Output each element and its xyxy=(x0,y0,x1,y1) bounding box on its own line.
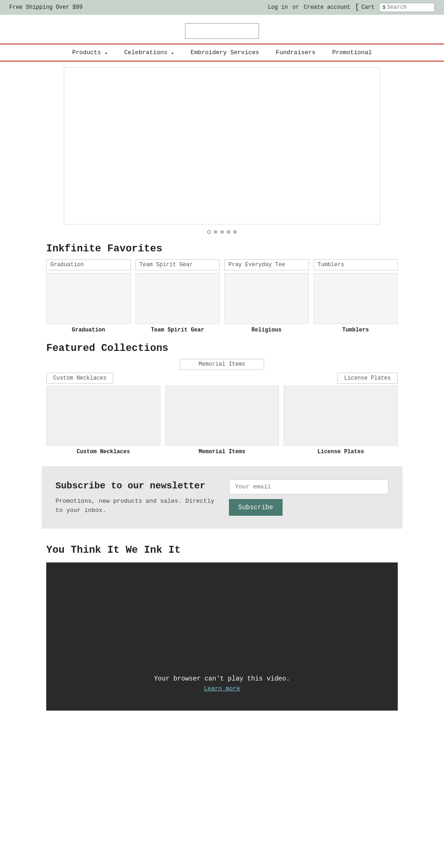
logo-box[interactable] xyxy=(185,23,259,39)
feat-item-plates[interactable]: License Plates xyxy=(284,386,398,455)
newsletter-description: Promotions, new products and sales. Dire… xyxy=(56,497,215,515)
fav-img-team-spirit xyxy=(136,273,220,324)
inkfinite-favorites-section: Inkfinite Favorites Graduation Team Spir… xyxy=(42,243,402,333)
fav-img-tumblers xyxy=(314,273,398,324)
hero-slider[interactable] xyxy=(64,67,380,225)
feat-item-memorial[interactable]: Memorial Items xyxy=(165,386,279,455)
celebrations-arrow: ▴ xyxy=(168,50,174,56)
fav-label-tumblers[interactable]: Tumblers xyxy=(314,259,398,270)
featured-grid: Custom Necklaces Memorial Items License … xyxy=(46,386,398,455)
slider-dots xyxy=(46,230,398,234)
featured-collections-title: Featured Collections xyxy=(46,343,398,354)
dot-1[interactable] xyxy=(207,230,211,234)
feat-name-memorial: Memorial Items xyxy=(199,449,246,455)
feat-side-label-plates[interactable]: License Plates xyxy=(337,373,398,384)
featured-collections-section: Featured Collections Memorial Items Cust… xyxy=(42,343,402,455)
search-box[interactable]: $ xyxy=(379,3,435,12)
fav-img-graduation xyxy=(46,273,131,324)
yti-section: You Think It We Ink It Your browser can'… xyxy=(42,540,402,711)
dot-2[interactable] xyxy=(214,230,217,234)
feat-side-label-necklaces[interactable]: Custom Necklaces xyxy=(46,373,113,384)
fav-img-religious xyxy=(224,273,309,324)
shipping-text: Free Shipping Over $99 xyxy=(9,4,82,11)
fav-label-pray[interactable]: Pray Everyday Tee xyxy=(224,259,309,270)
shipping-notice: Free Shipping Over $99 xyxy=(9,4,82,11)
nav-item-embroidery[interactable]: Embroidery Services xyxy=(182,44,267,61)
video-learn-more-link[interactable]: Learn more xyxy=(204,685,240,692)
featured-side-labels: Custom Necklaces License Plates xyxy=(46,373,398,384)
fav-item-team-spirit[interactable]: Team Spirit Gear xyxy=(136,273,220,333)
nav-item-products[interactable]: Products ▴ xyxy=(64,44,116,61)
feat-name-plates: License Plates xyxy=(317,449,364,455)
dot-5[interactable] xyxy=(233,230,237,234)
newsletter-section: Subscribe to our newsletter Promotions, … xyxy=(42,466,402,529)
feat-name-necklaces: Custom Necklaces xyxy=(77,449,130,455)
feat-img-necklaces xyxy=(46,386,160,446)
main-nav: Products ▴ Celebrations ▴ Embroidery Ser… xyxy=(0,44,444,62)
search-input[interactable] xyxy=(387,4,431,11)
inkfinite-favorites-title: Inkfinite Favorites xyxy=(46,243,398,255)
newsletter-email-input[interactable] xyxy=(229,479,388,494)
fav-name-graduation: Graduation xyxy=(72,327,105,333)
nav-item-fundraisers[interactable]: Fundraisers xyxy=(267,44,324,61)
dot-4[interactable] xyxy=(227,230,230,234)
feat-img-plates xyxy=(284,386,398,446)
dot-3[interactable] xyxy=(220,230,224,234)
products-arrow: ▴ xyxy=(102,50,107,56)
featured-top: Memorial Items xyxy=(46,359,398,370)
search-icon: $ xyxy=(382,5,386,10)
hero-section xyxy=(42,67,402,234)
top-bar: Free Shipping Over $99 Log in or Create … xyxy=(0,0,444,15)
favorites-labels: Graduation Team Spirit Gear Pray Everyda… xyxy=(46,259,398,270)
subscribe-button[interactable]: Subscribe xyxy=(229,499,283,516)
create-account-link[interactable]: Create account xyxy=(304,4,351,11)
fav-item-religious[interactable]: Religious xyxy=(224,273,309,333)
newsletter-right: Subscribe xyxy=(229,479,388,516)
fav-item-tumblers[interactable]: Tumblers xyxy=(314,273,398,333)
fav-label-team-spirit[interactable]: Team Spirit Gear xyxy=(136,259,220,270)
cart-text[interactable]: Cart xyxy=(361,4,375,11)
fav-item-graduation[interactable]: Graduation xyxy=(46,273,131,333)
newsletter-left: Subscribe to our newsletter Promotions, … xyxy=(56,480,215,515)
fav-label-graduation[interactable]: Graduation xyxy=(46,259,131,270)
video-placeholder: Your browser can't play this video. Lear… xyxy=(46,562,398,711)
nav-item-promotional[interactable]: Promotional xyxy=(324,44,380,61)
cart-bracket: [ xyxy=(355,3,360,12)
nav-inner: Products ▴ Celebrations ▴ Embroidery Ser… xyxy=(64,44,380,61)
cart-area[interactable]: [ Cart xyxy=(355,3,375,12)
or-text: or xyxy=(292,4,299,11)
feat-item-necklaces[interactable]: Custom Necklaces xyxy=(46,386,160,455)
login-link[interactable]: Log in xyxy=(268,4,288,11)
nav-item-celebrations[interactable]: Celebrations ▴ xyxy=(116,44,182,61)
yti-title: You Think It We Ink It xyxy=(46,544,398,556)
logo-area xyxy=(0,15,444,44)
fav-name-tumblers: Tumblers xyxy=(342,327,369,333)
top-bar-right: Log in or Create account [ Cart $ xyxy=(268,3,435,12)
fav-name-religious: Religious xyxy=(252,327,282,333)
feat-img-memorial xyxy=(165,386,279,446)
favorites-grid: Graduation Team Spirit Gear Religious Tu… xyxy=(46,273,398,333)
fav-name-team-spirit: Team Spirit Gear xyxy=(151,327,204,333)
featured-top-label[interactable]: Memorial Items xyxy=(180,359,265,370)
video-message: Your browser can't play this video. xyxy=(154,675,290,682)
newsletter-title: Subscribe to our newsletter xyxy=(56,480,215,492)
